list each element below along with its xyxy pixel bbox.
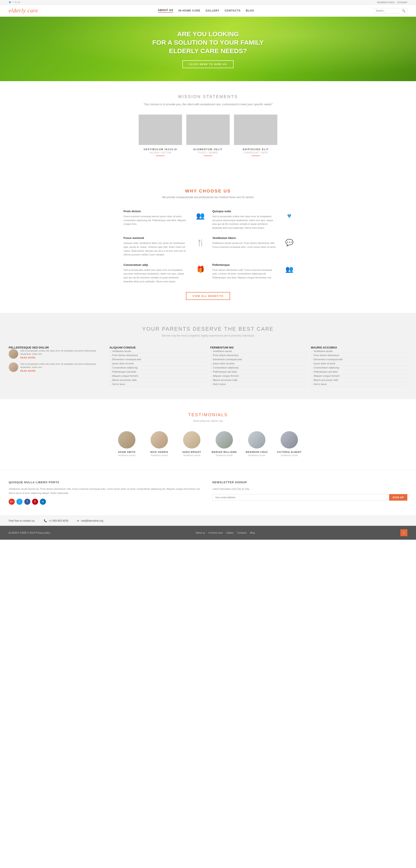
- why-item-5: Consectetuer adip Sed ut perspiciatis un…: [119, 263, 193, 283]
- test-person-1: ADAM SMITH Vestibulum iaculis: [113, 431, 141, 457]
- mission-divider-2: [204, 156, 212, 156]
- test-role-3: Vestibulum iaculis: [178, 454, 206, 457]
- pinterest-icon[interactable]: P: [32, 499, 38, 505]
- facebook-icon[interactable]: f: [24, 499, 30, 505]
- mission-card-sub-2: FUSCE / BISMID: [186, 152, 230, 154]
- member-area-link[interactable]: MEMBER AREA: [377, 1, 394, 4]
- search-icon[interactable]: 🔍: [402, 9, 405, 12]
- mission-section: MISSION STATEMENTS "Our mission is to pr…: [0, 81, 416, 176]
- why-item-2-title: Quisque nulla: [212, 210, 277, 213]
- parents-col-4: MAURIS ACCUMSA Vestibulum iaculis Proin …: [311, 346, 407, 386]
- hero-cta-button[interactable]: CLICK HERE TO HIRE US: [182, 60, 233, 68]
- twitter-icon-top[interactable]: 🐦: [9, 1, 12, 4]
- list-item: Ipsum dolor sit amet: [109, 362, 206, 366]
- parents-person-2: Sed ut perspiciatis undeis inte natus er…: [9, 362, 105, 372]
- mission-divider-3: [251, 156, 260, 156]
- parents-col-2: ALIQUAM CONGUE Vestibulum iaculis Proin …: [109, 346, 206, 386]
- newsletter-input[interactable]: [212, 494, 389, 501]
- parents-list-3: Vestibulum iaculis Proin dictum elementu…: [210, 349, 307, 386]
- list-item: Aliquam congue ferment: [210, 374, 307, 378]
- why-title: WHY CHOOSE US: [9, 189, 407, 193]
- footer-col1-text: Vestibulum iaculis lacinia est. Proin di…: [9, 487, 204, 495]
- person-text-2: Sed ut perspiciatis undeis inte natus er…: [21, 362, 105, 369]
- contact-label: Feel free to contact us:: [9, 519, 35, 522]
- footer-nav-about[interactable]: About us: [196, 531, 205, 534]
- footer-nav-blog[interactable]: Blog: [250, 531, 255, 534]
- view-all-benefits-button[interactable]: VIEW ALL BENEFITS: [186, 292, 230, 300]
- heart-icon: ♥: [284, 211, 294, 221]
- test-avatar-4: [216, 431, 233, 448]
- main-nav: ABOUT US IN-HOME CARE GALLERY CONTACTS B…: [158, 9, 254, 12]
- list-item: Proin dictum elementum: [311, 353, 407, 358]
- list-item: Consectetuer adipiscing: [311, 366, 407, 370]
- fork-icon: 🍴: [195, 237, 206, 248]
- linkedin-icon-top[interactable]: in: [18, 1, 20, 4]
- newsletter-note: Latest information only Day by Day: [212, 487, 407, 491]
- list-item: Consectetuer adipiscing: [109, 366, 206, 370]
- googleplus-icon-top[interactable]: G: [15, 1, 17, 4]
- chat-icon: 💬: [284, 237, 294, 248]
- test-name-3: SARA BRIGHT: [178, 451, 206, 453]
- mission-title: MISSION STATEMENTS: [9, 94, 407, 99]
- read-more-2[interactable]: READ MORE: [21, 370, 105, 372]
- nav-inhome-care[interactable]: IN-HOME CARE: [178, 9, 200, 12]
- nav-contacts[interactable]: CONTACTS: [225, 9, 241, 12]
- footer-col-1: Quisque nulla libero porta Vestibulum ia…: [9, 480, 204, 504]
- gift-icon: 🎁: [195, 264, 206, 275]
- newsletter-form[interactable]: SIGN UP: [212, 494, 407, 501]
- test-avatar-6: [281, 431, 298, 448]
- parents-col4-title: MAURIS ACCUMSA: [311, 346, 407, 349]
- email-address[interactable]: mail@demolink.org: [81, 519, 103, 522]
- test-person-6: VICTORIA ALBERT Vestibulum iaculis: [275, 431, 303, 457]
- why-item-5-text: Sed ut perspiciatis undeis inte natus er…: [124, 268, 188, 283]
- footer-nav-contacts[interactable]: Contacts: [237, 531, 247, 534]
- list-item: Mauris accumsan nulla: [311, 378, 407, 382]
- parents-col2-title: ALIQUAM CONGUE: [109, 346, 206, 349]
- test-avatar-5: [248, 431, 266, 448]
- logo[interactable]: elderly care: [9, 7, 38, 14]
- back-to-top-button[interactable]: ↑: [401, 529, 407, 536]
- phone-contact: 📞 +1 959 603 6035: [44, 519, 68, 522]
- parents-col1-title: PELLENTESQUE SED DOLOR: [9, 346, 105, 349]
- phone-number[interactable]: +1 959 603 6035: [49, 519, 68, 522]
- twitter-icon[interactable]: t: [16, 499, 23, 505]
- search-input[interactable]: [376, 9, 402, 12]
- search-box[interactable]: 🔍: [374, 8, 407, 13]
- why-icon-1: 👥: [193, 210, 208, 221]
- footer-nav-inhome[interactable]: In-home care: [209, 531, 223, 534]
- list-item: Sed in lacus: [311, 382, 407, 386]
- signup-button[interactable]: SIGN UP: [389, 494, 407, 501]
- why-item-2: Quisque nulla Sed ut perspiciatis undeis…: [208, 210, 282, 230]
- list-item: Vestibulum iaculis: [210, 349, 307, 353]
- test-avatar-1: [118, 431, 135, 448]
- facebook-icon-top[interactable]: f: [13, 1, 14, 4]
- test-name-4: MARIAN WILLIAMS: [210, 451, 238, 453]
- linkedin-icon[interactable]: in: [40, 499, 46, 505]
- nav-blog[interactable]: BLOG: [246, 9, 254, 12]
- person-avatar-1: [9, 349, 18, 359]
- list-item: Elementum consequat ante: [109, 358, 206, 362]
- header: elderly care ABOUT US IN-HOME CARE GALLE…: [0, 5, 416, 17]
- parents-subtitle: We hire only the most competent, highly …: [9, 334, 407, 337]
- mission-card-1: VESTIBULUM IACULIS LACINIA / DICTUM: [139, 115, 182, 156]
- test-role-4: Vestibulum iaculis: [210, 454, 238, 457]
- sitemap-link[interactable]: SITEMAP: [397, 1, 407, 4]
- testimonials-grid: ADAM SMITH Vestibulum iaculis NICK HARRI…: [9, 431, 407, 457]
- read-more-1[interactable]: READ MORE: [21, 356, 105, 359]
- why-item-6: Pellentesque Proin dictum elementum veli…: [208, 263, 282, 280]
- footer-nav-gallery[interactable]: Gallery: [226, 531, 234, 534]
- mission-card-3: ADIPISCING ELIT CONDEQUAT / ANTE: [234, 115, 277, 156]
- list-item: Proin dictum elementum: [210, 353, 307, 358]
- footer-contact-bar: Feel free to contact us: 📞 +1 959 603 60…: [0, 516, 416, 526]
- email-icon: ✉: [77, 519, 79, 522]
- nav-about-us[interactable]: ABOUT US: [158, 9, 173, 12]
- nav-gallery[interactable]: GALLERY: [206, 9, 219, 12]
- why-subtitle: We provide compassionate and professiona…: [9, 196, 407, 199]
- google-plus-icon[interactable]: G+: [9, 499, 15, 505]
- why-item-3-title: Fusce euismod: [124, 236, 188, 240]
- why-item-1-text: Fusce euismod consequat antrum ipsum dol…: [124, 215, 188, 226]
- parents-person-1: Sed ut perspiciatis undeis inte natus er…: [9, 349, 105, 359]
- why-icon-4: 💬: [282, 236, 297, 248]
- list-item: Pellentesque sed dolor: [210, 370, 307, 374]
- list-item: Aliquam congue ferment: [109, 374, 206, 378]
